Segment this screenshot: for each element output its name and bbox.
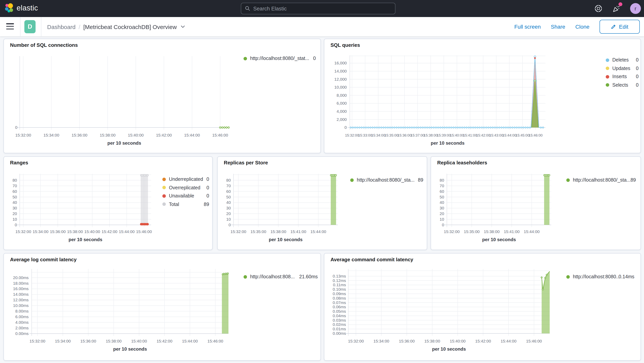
svg-text:8,000: 8,000: [336, 93, 347, 98]
svg-text:0.06ms: 0.06ms: [333, 305, 346, 309]
legend-series-value: 0: [206, 193, 209, 199]
svg-text:0.08ms: 0.08ms: [333, 296, 346, 300]
legend-series-dot: [606, 67, 609, 70]
help-button[interactable]: [594, 5, 602, 12]
user-avatar[interactable]: r: [630, 3, 641, 14]
elastic-logo-text: elastic: [16, 4, 38, 12]
navbar-icons: r: [594, 0, 644, 17]
svg-text:0.02ms: 0.02ms: [333, 322, 346, 327]
dashboard-app-badge[interactable]: D: [24, 20, 36, 33]
svg-text:15:32:00: 15:32:00: [230, 229, 246, 234]
svg-text:15:34:00: 15:34:00: [33, 229, 48, 234]
panel-average-command-commit-latency: Average command commit latency0.00ms0.01…: [324, 253, 641, 361]
svg-text:15:38:00: 15:38:00: [424, 133, 438, 137]
legend-item-total[interactable]: Total89: [162, 200, 209, 208]
svg-text:15:44:00: 15:44:00: [524, 229, 540, 234]
legend-item-inserts[interactable]: Inserts0: [606, 73, 638, 81]
svg-text:15:42:00: 15:42:00: [156, 339, 172, 343]
svg-text:0.10ms: 0.10ms: [333, 287, 346, 291]
legend-item-http-localhost-8080-sta[interactable]: http://localhost:8080/_sta...89: [350, 176, 423, 184]
legend-series-value: 89: [204, 202, 209, 207]
page-title[interactable]: [Metricbeat CockroachDB] Overview: [83, 24, 177, 30]
legend-series-value: 0: [206, 185, 209, 190]
svg-text:16.00ms: 16.00ms: [13, 286, 29, 291]
breadcrumb-separator: /: [79, 24, 80, 30]
svg-text:15:38:00: 15:38:00: [106, 339, 122, 343]
svg-text:14,000: 14,000: [334, 69, 347, 73]
average-command-commit-latency-chart: 0.00ms0.01ms0.02ms0.03ms0.04ms0.05ms0.06…: [324, 253, 641, 361]
svg-text:0.03ms: 0.03ms: [333, 318, 346, 322]
global-search[interactable]: [241, 3, 395, 14]
legend-item-http-localhost-8080-sta[interactable]: http://localhost:8080/_sta...89: [566, 176, 636, 184]
legend-item-updates[interactable]: Updates0: [606, 64, 638, 72]
svg-text:15:41:00: 15:41:00: [463, 133, 477, 137]
legend-series-dot: [244, 275, 247, 278]
svg-text:15:40:00: 15:40:00: [450, 133, 464, 137]
breadcrumb-dashboard-link[interactable]: Dashboard: [47, 24, 76, 30]
legend-item-overreplicated[interactable]: Overreplicated0: [162, 184, 209, 191]
legend-series-label: Inserts: [612, 74, 627, 79]
svg-text:15:42:00: 15:42:00: [102, 229, 118, 234]
full-screen-button[interactable]: Full screen: [514, 24, 541, 30]
elastic-logo[interactable]: elastic: [5, 3, 38, 13]
legend-series-dot: [244, 57, 247, 60]
legend-item-http-localhost-8080-stat[interactable]: http://localhost:8080/_stat...0: [244, 55, 316, 62]
legend-series-label: Updates: [612, 66, 630, 71]
svg-text:15:42:00: 15:42:00: [156, 133, 172, 137]
svg-text:6,000: 6,000: [336, 101, 347, 105]
panel-replica-leaseholders: Replica leaseholders0102030405060708015:…: [431, 156, 641, 250]
legend-item-selects[interactable]: Selects0: [606, 81, 638, 89]
svg-text:50: 50: [440, 195, 444, 199]
legend-series-dot: [162, 194, 166, 198]
svg-text:15:40:00: 15:40:00: [84, 229, 100, 234]
svg-text:15:32:00: 15:32:00: [15, 133, 31, 137]
x-axis-label: per 10 seconds: [269, 237, 302, 242]
clone-button[interactable]: Clone: [576, 24, 590, 30]
top-navbar: elastic: [0, 0, 644, 17]
svg-text:70: 70: [440, 184, 444, 188]
help-life-ring-icon: [594, 5, 602, 12]
legend-item-http-localhost-8080[interactable]: http://localhost:8080...0.14ms: [566, 273, 634, 281]
svg-text:0.05ms: 0.05ms: [333, 309, 346, 313]
svg-text:40: 40: [12, 200, 17, 205]
svg-text:10: 10: [12, 217, 17, 221]
svg-text:30: 30: [440, 206, 444, 210]
legend-series-label: Deletes: [612, 57, 629, 63]
svg-text:15:41:00: 15:41:00: [504, 229, 520, 234]
svg-text:0.00ms: 0.00ms: [333, 331, 346, 335]
legend-series-dot: [162, 186, 166, 189]
breadcrumb: Dashboard / [Metricbeat CockroachDB] Ove…: [47, 17, 185, 36]
search-input[interactable]: [253, 6, 391, 12]
svg-text:15:34:00: 15:34:00: [55, 339, 71, 343]
legend-item-underreplicated[interactable]: Underreplicated0: [162, 175, 209, 183]
svg-text:15:40:00: 15:40:00: [450, 339, 466, 343]
panel-replicas-per-store: Replicas per Store0102030405060708015:32…: [217, 156, 427, 250]
svg-text:14.00ms: 14.00ms: [13, 292, 29, 296]
newsfeed-button[interactable]: [612, 5, 620, 12]
svg-text:10: 10: [226, 217, 231, 221]
menu-button[interactable]: [6, 23, 14, 30]
legend-item-unavailable[interactable]: Unavailable0: [162, 192, 209, 200]
svg-text:30: 30: [12, 206, 17, 210]
svg-text:2,000: 2,000: [336, 117, 347, 122]
legend-series-label: Underreplicated: [169, 177, 203, 182]
svg-text:15:38:00: 15:38:00: [484, 229, 500, 234]
svg-text:6.00ms: 6.00ms: [15, 314, 28, 319]
legend-item-deletes[interactable]: Deletes0: [606, 56, 638, 64]
edit-button[interactable]: Edit: [600, 20, 640, 34]
share-button[interactable]: Share: [551, 24, 565, 30]
toolbar-actions: Full screen Share Clone Edit: [514, 17, 644, 36]
legend-series-dot: [606, 83, 609, 87]
svg-text:30: 30: [226, 206, 231, 210]
svg-text:15:32:00: 15:32:00: [444, 229, 460, 234]
svg-text:15:46:00: 15:46:00: [212, 133, 228, 137]
svg-text:0.01ms: 0.01ms: [333, 327, 346, 331]
svg-text:15:32:00: 15:32:00: [345, 133, 359, 137]
svg-text:15:34:00: 15:34:00: [374, 339, 389, 343]
svg-text:80: 80: [12, 178, 17, 182]
svg-text:15:35:00: 15:35:00: [250, 229, 266, 234]
elastic-logo-icon: [5, 3, 14, 13]
chevron-down-icon[interactable]: [181, 25, 185, 28]
legend-item-http-localhost-808[interactable]: http://localhost:808...21.60ms: [244, 273, 318, 281]
svg-text:15:44:00: 15:44:00: [310, 229, 326, 234]
